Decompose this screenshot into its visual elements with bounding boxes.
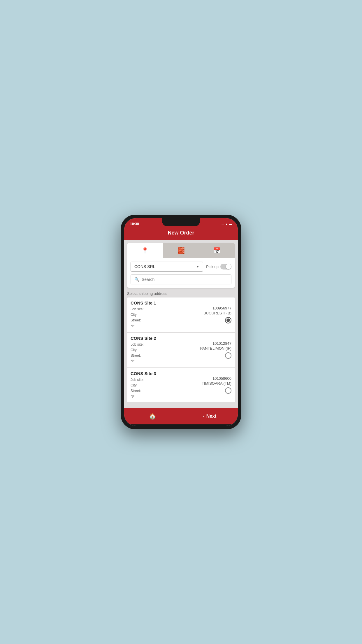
address-name-1: CONS Site 1 [131,300,203,305]
next-arrow-icon: › [203,414,204,419]
phone-frame: 10:30 ···· ▲ ▬ New Order 📍 🧱 📅 [121,215,241,429]
number-label-2: Nº: [131,359,135,363]
address-info-2: CONS Site 2 Job site: City: Street: Nº: [131,336,200,364]
tab-bar: 📍 🧱 📅 [127,243,235,258]
address-number-3: 101058600 [212,376,231,381]
city-label-2: City: [131,348,138,352]
address-name-3: CONS Site 3 [131,371,202,376]
dropdown-row: CONS SRL ▼ Pick up [131,262,231,272]
chevron-down-icon: ▼ [196,265,199,269]
street-label-1: Street: [131,318,141,322]
home-bar [124,424,238,426]
jobsite-label-3: Job site: [131,378,144,382]
city-label-1: City: [131,313,138,317]
status-icons: ···· ▲ ▬ [221,223,232,226]
main-card: CONS SRL ▼ Pick up 🔍 [127,258,235,288]
address-right-2: 101012847 PANTELIMON (IF) [200,341,231,359]
number-label-3: Nº: [131,394,135,398]
address-detail-1: Job site: City: Street: Nº: [131,307,203,329]
next-label: Next [206,414,217,419]
address-card-2[interactable]: CONS Site 2 Job site: City: Street: Nº: … [127,333,235,368]
pickup-toggle[interactable] [220,264,231,270]
tab-products[interactable]: 🧱 [163,243,199,258]
location-icon: 📍 [141,247,149,254]
wifi-icon: ▲ [225,223,228,226]
address-right-1: 100956977 BUCURESTI (B) [203,306,231,323]
address-city-1: BUCURESTI (B) [203,311,231,315]
address-info-3: CONS Site 3 Job site: City: Street: Nº: [131,371,202,400]
address-number-1: 100956977 [212,306,231,310]
radio-3[interactable] [225,387,231,394]
search-input[interactable] [142,277,228,282]
address-name-2: CONS Site 2 [131,336,200,341]
company-dropdown[interactable]: CONS SRL ▼ [131,262,203,272]
jobsite-label-2: Job site: [131,342,144,346]
address-city-2: PANTELIMON (IF) [200,346,231,351]
address-info-1: CONS Site 1 Job site: City: Street: Nº: [131,300,203,329]
status-time: 10:30 [130,222,139,226]
signal-icon: ···· [221,223,224,226]
section-label: Select shipping address [127,291,235,296]
battery-icon: ▬ [229,223,232,226]
pickup-row: Pick up [206,264,231,270]
toggle-thumb [226,264,231,269]
address-card-3[interactable]: CONS Site 3 Job site: City: Street: Nº: … [127,368,235,402]
radio-2[interactable] [225,352,231,359]
street-label-2: Street: [131,354,141,358]
bottom-bar: 🏠 › Next [124,408,238,424]
address-number-2: 101012847 [212,341,231,346]
address-list: CONS Site 1 Job site: City: Street: Nº: … [127,298,235,402]
pickup-label: Pick up [206,265,219,269]
page-title: New Order [168,230,194,236]
content-area: 📍 🧱 📅 CONS SRL ▼ Pick u [124,240,238,426]
address-card-1[interactable]: CONS Site 1 Job site: City: Street: Nº: … [127,298,235,332]
app-header: New Order [124,228,238,240]
address-detail-3: Job site: City: Street: Nº: [131,377,202,400]
city-label-3: City: [131,383,138,387]
phone-screen: 10:30 ···· ▲ ▬ New Order 📍 🧱 📅 [124,218,238,426]
schedule-icon: 📅 [213,247,221,254]
notch [162,218,200,226]
jobsite-label-1: Job site: [131,307,144,311]
radio-1[interactable] [225,317,231,323]
tab-schedule[interactable]: 📅 [199,243,235,258]
street-label-3: Street: [131,389,141,393]
spacer [124,402,238,408]
search-icon: 🔍 [134,277,139,282]
address-detail-2: Job site: City: Street: Nº: [131,342,200,364]
number-label-1: Nº: [131,324,135,328]
dropdown-value: CONS SRL [134,264,155,269]
address-city-3: TIMISOARA (TM) [202,381,231,386]
products-icon: 🧱 [178,247,185,254]
home-button[interactable]: 🏠 [124,408,181,424]
home-icon: 🏠 [149,413,156,420]
search-box: 🔍 [131,274,231,284]
address-right-3: 101058600 TIMISOARA (TM) [202,376,231,394]
tab-location[interactable]: 📍 [127,243,163,258]
next-button[interactable]: › Next [181,408,238,424]
